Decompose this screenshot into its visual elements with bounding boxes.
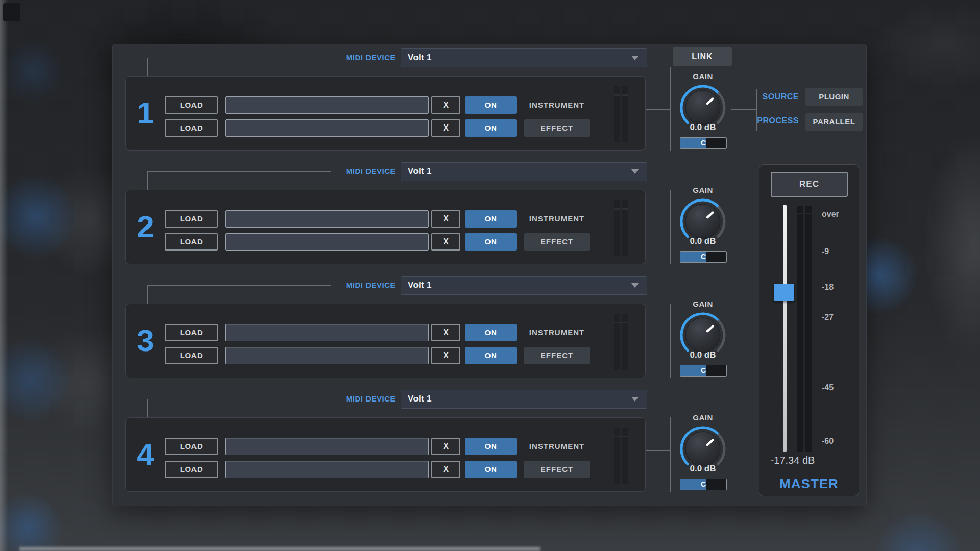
clear-instrument-button[interactable]: X xyxy=(431,96,460,114)
instrument-slot-field[interactable] xyxy=(225,96,429,114)
channel-panel: 3 LOAD X ON INSTRUMENT LOAD X ON EFFECT xyxy=(125,304,646,378)
channel-number: 3 xyxy=(130,304,161,378)
load-instrument-button[interactable]: LOAD xyxy=(165,210,218,228)
gain-label: GAIN xyxy=(680,186,726,194)
load-instrument-button[interactable]: LOAD xyxy=(165,438,218,455)
load-effect-button[interactable]: LOAD xyxy=(165,461,218,478)
gain-label: GAIN xyxy=(680,72,726,81)
master-fader-track[interactable] xyxy=(783,205,787,452)
midi-device-label: MIDI DEVICE xyxy=(283,163,396,180)
load-effect-button[interactable]: LOAD xyxy=(165,347,218,364)
load-instrument-button[interactable]: LOAD xyxy=(165,324,218,341)
connector-line xyxy=(147,171,148,190)
midi-device-value: Volt 1 xyxy=(408,277,432,294)
connector-line xyxy=(646,109,670,110)
instrument-slot-field[interactable] xyxy=(225,324,429,341)
midi-device-select[interactable]: Volt 1 xyxy=(401,48,647,67)
record-button[interactable]: REC xyxy=(771,172,848,197)
pan-center-label: C xyxy=(680,365,726,376)
link-connector-line xyxy=(670,304,671,378)
connector-line xyxy=(147,285,148,304)
clear-instrument-button[interactable]: X xyxy=(431,438,460,455)
source-mode-button[interactable]: PLUGIN xyxy=(805,88,863,106)
effect-slot-field[interactable] xyxy=(225,119,429,137)
clear-effect-button[interactable]: X xyxy=(431,119,460,137)
effect-on-button[interactable]: ON xyxy=(465,233,517,251)
load-effect-button[interactable]: LOAD xyxy=(165,233,218,251)
plugin-window: MIDI DEVICE Volt 1 1 LOAD X ON INSTRUMEN… xyxy=(0,0,980,551)
midi-device-select[interactable]: Volt 1 xyxy=(401,390,647,409)
channel-level-meter xyxy=(614,86,628,142)
connector-line xyxy=(731,109,756,110)
effect-slot-field[interactable] xyxy=(225,461,429,478)
instrument-on-button[interactable]: ON xyxy=(465,438,517,455)
channel-level-meter xyxy=(614,314,628,370)
clear-effect-button[interactable]: X xyxy=(431,461,460,478)
instrument-type-label: INSTRUMENT xyxy=(524,324,590,341)
channel-level-meter xyxy=(614,200,628,256)
scale-tick xyxy=(829,327,829,380)
instrument-on-button[interactable]: ON xyxy=(465,324,517,341)
gain-value: 0.0 dB xyxy=(677,350,728,360)
meter-scale-60: -60 xyxy=(822,437,853,447)
channel-number: 1 xyxy=(130,77,161,150)
link-button[interactable]: LINK xyxy=(673,47,732,66)
clear-instrument-button[interactable]: X xyxy=(431,210,460,228)
effect-type-button[interactable]: EFFECT xyxy=(524,347,590,364)
source-label: SOURCE xyxy=(735,92,799,104)
effect-slot-field[interactable] xyxy=(225,233,429,251)
master-label: MASTER xyxy=(760,476,859,492)
chevron-down-icon xyxy=(631,397,639,402)
midi-device-select[interactable]: Volt 1 xyxy=(401,276,647,295)
pan-slider[interactable]: C xyxy=(680,251,727,263)
gain-value: 0.0 dB xyxy=(677,236,728,246)
pan-center-label: C xyxy=(680,252,726,262)
pan-center-label: C xyxy=(680,138,726,148)
effect-type-button[interactable]: EFFECT xyxy=(524,119,590,137)
instrument-slot-field[interactable] xyxy=(225,210,429,228)
connector-line xyxy=(646,450,670,451)
effect-on-button[interactable]: ON xyxy=(465,461,517,478)
clear-instrument-button[interactable]: X xyxy=(431,324,460,341)
master-fader-handle[interactable] xyxy=(774,284,794,301)
pan-slider[interactable]: C xyxy=(680,479,727,490)
scale-tick xyxy=(829,295,829,311)
scale-tick xyxy=(829,261,829,280)
instrument-on-button[interactable]: ON xyxy=(465,96,517,114)
effect-on-button[interactable]: ON xyxy=(465,119,517,137)
channel-number: 2 xyxy=(130,190,161,264)
channel-panel: 1 LOAD X ON INSTRUMENT LOAD X ON EFFECT xyxy=(125,76,646,151)
process-mode-button[interactable]: PARALLEL xyxy=(805,113,863,131)
meter-scale-9: -9 xyxy=(822,247,853,257)
gain-label: GAIN xyxy=(680,299,726,308)
midi-device-value: Volt 1 xyxy=(408,390,432,408)
midi-device-label: MIDI DEVICE xyxy=(283,49,396,66)
instrument-slot-field[interactable] xyxy=(225,438,429,455)
pan-slider[interactable]: C xyxy=(680,137,727,149)
midi-device-select[interactable]: Volt 1 xyxy=(401,162,647,181)
instrument-on-button[interactable]: ON xyxy=(465,210,517,228)
background-strip xyxy=(19,547,540,551)
effect-type-button[interactable]: EFFECT xyxy=(524,461,590,478)
instrument-type-label: INSTRUMENT xyxy=(524,438,590,455)
link-connector-line xyxy=(670,417,671,492)
background-shape xyxy=(3,3,20,21)
effect-on-button[interactable]: ON xyxy=(465,347,517,364)
pan-slider[interactable]: C xyxy=(680,365,727,377)
scale-tick xyxy=(829,222,829,244)
meter-scale-over: over xyxy=(822,210,853,220)
effect-type-button[interactable]: EFFECT xyxy=(524,233,590,251)
channel-number: 4 xyxy=(130,418,161,491)
midi-device-value: Volt 1 xyxy=(408,49,432,66)
process-label: PROCESS xyxy=(735,116,799,128)
pan-center-label: C xyxy=(680,479,726,490)
clear-effect-button[interactable]: X xyxy=(431,347,460,364)
effect-slot-field[interactable] xyxy=(225,347,429,364)
chevron-down-icon xyxy=(631,283,639,288)
channel-level-meter xyxy=(614,428,628,484)
clear-effect-button[interactable]: X xyxy=(431,233,460,251)
load-instrument-button[interactable]: LOAD xyxy=(165,96,218,114)
load-effect-button[interactable]: LOAD xyxy=(165,119,218,137)
midi-device-label: MIDI DEVICE xyxy=(283,277,396,293)
connector-line xyxy=(646,223,670,223)
